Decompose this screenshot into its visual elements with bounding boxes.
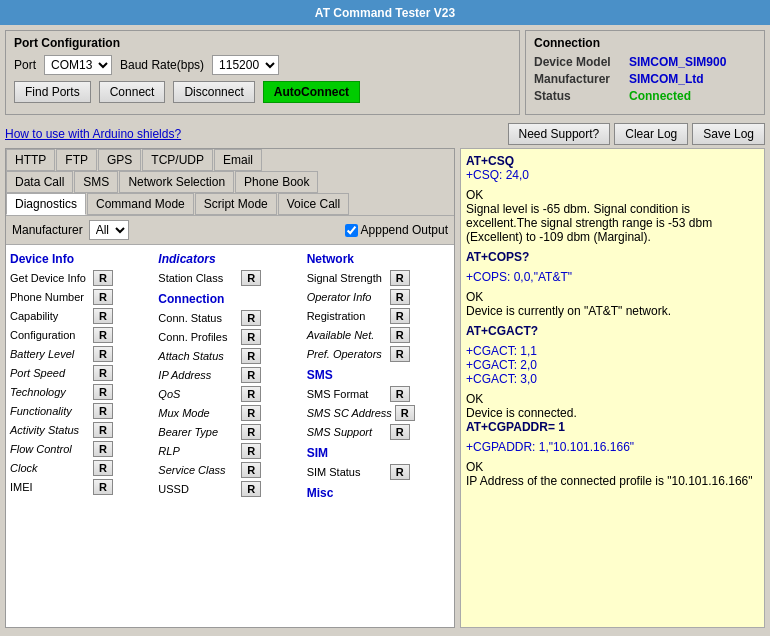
btn-ussd[interactable]: R [241,481,261,497]
btn-sms-support[interactable]: R [390,424,410,440]
btn-registration[interactable]: R [390,308,410,324]
log-entry: +CGACT: 2,0 [466,358,759,372]
save-log-button[interactable]: Save Log [692,123,765,145]
cmd-ip-address: IP Address R [158,367,301,383]
cmd-ussd: USSD R [158,481,301,497]
tab-sms[interactable]: SMS [74,171,118,193]
baud-select[interactable]: 115200 [212,55,279,75]
col-indicators: Indicators Station Class R Connection Co… [158,249,301,623]
btn-rlp[interactable]: R [241,443,261,459]
device-model-value: SIMCOM_SIM900 [629,55,726,69]
btn-qos[interactable]: R [241,386,261,402]
btn-operator-info[interactable]: R [390,289,410,305]
cmd-sim-status: SIM Status R [307,464,450,480]
manufacturer-filter-label: Manufacturer [12,223,83,237]
port-config-panel: Port Configuration Port COM13 Baud Rate(… [5,30,520,115]
append-output-label[interactable]: Apppend Output [345,223,448,237]
btn-battery-level[interactable]: R [93,346,113,362]
tab-tcpudp[interactable]: TCP/UDP [142,149,213,171]
btn-attach-status[interactable]: R [241,348,261,364]
cmd-registration: Registration R [307,308,450,324]
btn-port-speed[interactable]: R [93,365,113,381]
tab-diagnostics[interactable]: Diagnostics [6,193,86,215]
tabs-row3: Diagnostics Command Mode Script Mode Voi… [6,193,454,216]
append-output-checkbox[interactable] [345,224,358,237]
btn-get-device-info[interactable]: R [93,270,113,286]
cmd-conn-status: Conn. Status R [158,310,301,326]
btn-activity-status[interactable]: R [93,422,113,438]
btn-technology[interactable]: R [93,384,113,400]
disconnect-button[interactable]: Disconnect [173,81,254,103]
connect-button[interactable]: Connect [99,81,166,103]
btn-flow-control[interactable]: R [93,441,113,457]
cmd-technology: Technology R [10,384,153,400]
cmd-configuration: Configuration R [10,327,153,343]
left-panel: HTTP FTP GPS TCP/UDP Email Data Call SMS… [5,148,455,628]
cmd-sms-support: SMS Support R [307,424,450,440]
tab-datacall[interactable]: Data Call [6,171,73,193]
btn-sim-status[interactable]: R [390,464,410,480]
log-entry: +COPS: 0,0,"AT&T" [466,270,759,284]
btn-clock[interactable]: R [93,460,113,476]
btn-conn-status[interactable]: R [241,310,261,326]
btn-signal-strength[interactable]: R [390,270,410,286]
btn-configuration[interactable]: R [93,327,113,343]
btn-conn-profiles[interactable]: R [241,329,261,345]
log-entry: +CGACT: 1,1 [466,344,759,358]
btn-available-net[interactable]: R [390,327,410,343]
tab-http[interactable]: HTTP [6,149,55,171]
tab-ftp[interactable]: FTP [56,149,97,171]
btn-capability[interactable]: R [93,308,113,324]
arduino-link[interactable]: How to use with Arduino shields? [5,127,181,141]
connection-title: Connection [534,36,756,50]
tab-network-selection[interactable]: Network Selection [119,171,234,193]
btn-phone-number[interactable]: R [93,289,113,305]
btn-sms-sc-address[interactable]: R [395,405,415,421]
cmd-imei: IMEI R [10,479,153,495]
tabs-row1: HTTP FTP GPS TCP/UDP Email [6,149,454,171]
sms-header: SMS [307,368,450,382]
tab-gps[interactable]: GPS [98,149,141,171]
log-entry: OK [466,392,759,406]
log-entry: AT+CSQ [466,154,759,168]
btn-sms-format[interactable]: R [390,386,410,402]
misc-header: Misc [307,486,450,500]
btn-station-class[interactable]: R [241,270,261,286]
manufacturer-value: SIMCOM_Ltd [629,72,704,86]
find-ports-button[interactable]: Find Ports [14,81,91,103]
need-support-button[interactable]: Need Support? [508,123,611,145]
network-header: Network [307,252,450,266]
btn-bearer-type[interactable]: R [241,424,261,440]
btn-imei[interactable]: R [93,479,113,495]
tab-voice-call[interactable]: Voice Call [278,193,349,215]
cmd-sms-format: SMS Format R [307,386,450,402]
tab-command-mode[interactable]: Command Mode [87,193,194,215]
clear-log-button[interactable]: Clear Log [614,123,688,145]
port-select[interactable]: COM13 [44,55,112,75]
cmd-battery-level: Battery Level R [10,346,153,362]
tab-script-mode[interactable]: Script Mode [195,193,277,215]
btn-mux-mode[interactable]: R [241,405,261,421]
tabs-row2: Data Call SMS Network Selection Phone Bo… [6,171,454,193]
btn-pref-operators[interactable]: R [390,346,410,362]
link-row: How to use with Arduino shields? Need Su… [0,120,770,148]
btn-service-class[interactable]: R [241,462,261,478]
cmd-rlp: RLP R [158,443,301,459]
indicators-header: Indicators [158,252,301,266]
baud-label: Baud Rate(bps) [120,58,204,72]
btn-ip-address[interactable]: R [241,367,261,383]
log-panel: AT+CSQ+CSQ: 24,0 OKSignal level is -65 d… [460,148,765,628]
tab-email[interactable]: Email [214,149,262,171]
log-entry: OK [466,188,759,202]
tab-phone-book[interactable]: Phone Book [235,171,318,193]
cmd-attach-status: Attach Status R [158,348,301,364]
cmd-flow-control: Flow Control R [10,441,153,457]
manufacturer-select[interactable]: All [89,220,129,240]
btn-functionality[interactable]: R [93,403,113,419]
log-entry: Device is currently on "AT&T" network. [466,304,759,318]
log-entry: Device is connected. [466,406,759,420]
manufacturer-label: Manufacturer [534,72,624,86]
col-device-info: Device Info Get Device Info R Phone Numb… [10,249,153,623]
autoconnect-button[interactable]: AutoConnect [263,81,360,103]
cmd-sms-sc-address: SMS SC Address R [307,405,450,421]
